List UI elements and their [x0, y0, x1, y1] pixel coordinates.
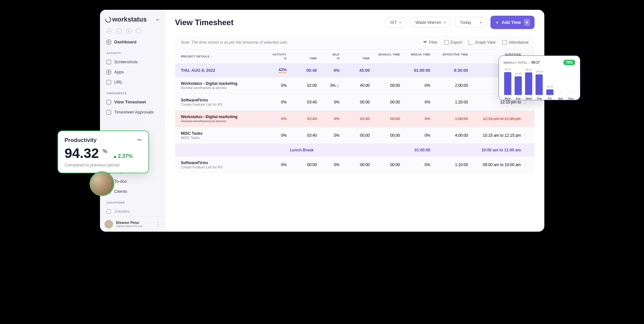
plus-icon[interactable]: + — [116, 28, 122, 34]
info-icon[interactable]: i — [336, 84, 339, 87]
export-label: Export — [451, 40, 462, 45]
table-row[interactable]: Lunch Break01:00:0010:00 am to 11:00 am — [175, 144, 535, 156]
main: View Timesheet IST▾ Wade Warren▾ Today▾ … — [165, 10, 544, 232]
bar-thu: 08:18Thu — [535, 70, 543, 100]
attendance-button[interactable]: Attendance — [502, 40, 529, 45]
row-menu-icon[interactable]: ⋮ — [521, 162, 528, 167]
col-activity-time: TIME — [287, 53, 317, 60]
timezone-dropdown[interactable]: IST▾ — [385, 17, 406, 28]
range-dropdown[interactable]: Today▾ — [454, 17, 487, 28]
spinner-icon — [104, 15, 112, 23]
productivity-delta: ▴ 2.37% — [114, 153, 133, 159]
nav-dashboard[interactable]: Dashboard — [100, 37, 165, 47]
productivity-compare: Compared to previous period — [65, 162, 142, 167]
productivity-value-row: 94.32 % ▴ 2.37% — [65, 146, 142, 161]
sidebar: workstatus ⇤ ▸ + ▾ Dashboard ACTIVITY Sc… — [100, 10, 165, 232]
bar-mon: 09:18Mon — [504, 68, 512, 100]
section-timesheets: TIMESHEETS — [100, 87, 165, 97]
nav-label: URL — [114, 80, 123, 85]
col-activity-pct: ACTIVITY% — [264, 53, 287, 60]
plus-icon: ＋ — [495, 20, 499, 25]
nav-label: To-dos — [114, 179, 127, 184]
nav-label: Dashboard — [114, 39, 137, 44]
dashboard-icon — [107, 40, 111, 44]
user-menu-icon[interactable]: ⋮ — [156, 221, 161, 227]
export-button[interactable]: Export — [444, 40, 462, 45]
table-row[interactable]: Workstatus - Digital marketingReview wir… — [175, 110, 535, 127]
quick-actions: ▸ + ▾ — [100, 23, 165, 37]
avatar[interactable] — [105, 220, 113, 228]
bar-sat: -:-Sat — [556, 90, 565, 100]
weekly-badge: 70% — [563, 60, 575, 65]
graph-label: Graph View — [475, 40, 495, 45]
brand-text: workstatus — [112, 16, 147, 23]
range-label: Today — [460, 20, 471, 25]
caret-down-icon[interactable]: ▾ — [524, 19, 530, 26]
weekly-label: WEEKLY TOTAL : — [504, 61, 530, 64]
weekly-total-card: WEEKLY TOTAL : 08:17 70% 09:18Mon07:48Tu… — [499, 55, 580, 100]
percent-sign: % — [103, 148, 107, 154]
chevron-down-icon: ▾ — [480, 21, 482, 24]
nav-label: View Timesheet — [114, 100, 146, 104]
nav-view-timesheet[interactable]: View Timesheet — [100, 97, 165, 107]
row-menu-icon[interactable]: ⋮ — [521, 133, 528, 138]
bar-tue: 07:48Tue — [514, 72, 522, 100]
col-project[interactable]: PROJECT DETAILS↑ — [181, 53, 264, 60]
app-window: workstatus ⇤ ▸ + ▾ Dashboard ACTIVITY Sc… — [100, 10, 544, 232]
row-menu-icon[interactable]: ⋮ — [521, 100, 528, 104]
nav-timesheet-approvals[interactable]: Timesheet Approvals — [100, 107, 165, 117]
timesheet-table: Note: The time shown is as per the timez… — [175, 36, 535, 173]
trend-icon: 〜 — [137, 137, 142, 143]
col-break: BREAK TIME — [400, 53, 430, 60]
nav-screenshots[interactable]: Screenshots — [100, 57, 165, 67]
table-row[interactable]: SoftwareFirmsCreate Feature List for R30… — [175, 94, 535, 110]
chevron-down-icon: ▾ — [444, 21, 446, 24]
download-icon[interactable]: ▾ — [126, 28, 131, 34]
user-name: Eleanor Pena — [116, 221, 143, 224]
play-icon[interactable]: ▸ — [107, 28, 112, 34]
screenshot-icon — [107, 60, 111, 64]
graph-view-button[interactable]: Graph View — [469, 40, 495, 45]
section-locations: LOCATIONS — [100, 196, 165, 206]
user-footer: Eleanor Pena Valuecoders Pvt Ltd. ⋮ — [100, 216, 165, 232]
page-header: View Timesheet IST▾ Wade Warren▾ Today▾ … — [175, 16, 535, 29]
col-idle-time: TIME — [339, 53, 370, 60]
table-row[interactable]: SoftwareFirmsCreate Feature List for R30… — [175, 156, 535, 173]
productivity-card: Productivity 〜 94.32 % ▴ 2.37% Compared … — [58, 131, 149, 173]
user-org: Valuecoders Pvt Ltd. — [116, 224, 143, 228]
nav-apps[interactable]: Apps — [100, 67, 165, 77]
collapse-sidebar-icon[interactable]: ⇤ — [156, 17, 160, 22]
weekly-bars: 09:18Mon07:48Tue09:12Wed08:18Thu02:18Fri… — [504, 68, 575, 97]
bar-wed: 09:12Wed — [524, 68, 533, 100]
filter-button[interactable]: Filter — [423, 40, 438, 45]
add-time-button[interactable]: ＋ Add Time ▾ — [490, 16, 535, 29]
attendance-label: Attendance — [509, 40, 529, 45]
nav-jobsites[interactable]: Jobsites — [100, 206, 165, 216]
user-avatar-large — [90, 171, 114, 196]
col-manual: MANUAL TIME — [370, 53, 400, 60]
nav-url[interactable]: URL — [100, 77, 165, 87]
nav-label: Clients — [114, 189, 127, 194]
bar-sun: -:-Sun — [567, 90, 575, 100]
col-idle-pct: IDLE% — [317, 53, 339, 60]
table-row[interactable]: MISC TasksMISC Tasks0%03:400%00:0000:000… — [175, 127, 535, 144]
filter-label: Filter — [429, 40, 438, 45]
page-title: View Timesheet — [175, 18, 234, 27]
productivity-title: Productivity — [65, 137, 97, 144]
nav-label: Timesheet Approvals — [114, 110, 154, 115]
nav-label: Apps — [114, 69, 124, 74]
export-icon — [444, 40, 449, 45]
table-row[interactable]: Workstatus - Digital marketingReview wir… — [175, 77, 535, 94]
table-row[interactable]: THU, AUG 8, 202243%05:400%45:0001:00:008… — [175, 63, 535, 77]
bar-fri: 02:18Fri — [546, 85, 554, 100]
jobsite-icon — [107, 209, 111, 214]
brand-logo: workstatus — [105, 16, 147, 23]
chevron-down-icon: ▾ — [399, 21, 401, 24]
timesheet-icon — [107, 100, 111, 104]
apps-icon — [107, 70, 111, 74]
bell-icon[interactable] — [136, 28, 141, 34]
table-header: PROJECT DETAILS↑ ACTIVITY% TIME IDLE% TI… — [175, 50, 535, 63]
user-dropdown[interactable]: Wade Warren▾ — [410, 17, 451, 28]
nav-label: Jobsites — [114, 209, 130, 214]
approval-icon — [107, 110, 111, 115]
